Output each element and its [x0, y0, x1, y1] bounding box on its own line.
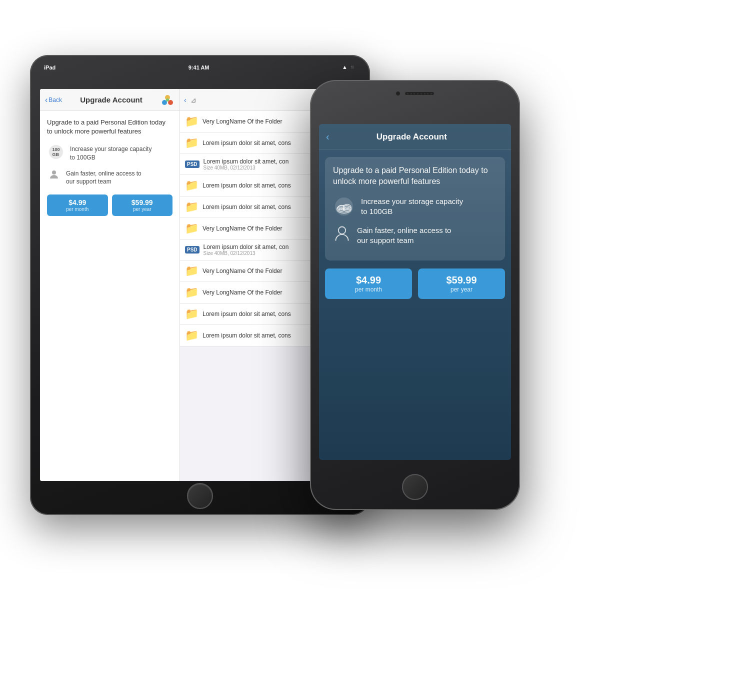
iphone-yearly-btn[interactable]: $59.99 per year	[418, 268, 505, 299]
ipad-label: iPad	[44, 64, 56, 70]
folder-icon: 📁	[185, 286, 198, 299]
folder-icon: 📁	[185, 136, 198, 150]
speaker-dot	[407, 93, 408, 94]
speaker-dot	[430, 93, 432, 94]
iphone-camera	[396, 91, 400, 96]
ipad-support-text: Gain faster, online access toour support…	[66, 168, 142, 186]
iphone-feature-storage: 100GB Increase your storage capacityto 1…	[333, 196, 497, 218]
item-name: Lorem ipsum dolor sit amet, cons	[202, 332, 291, 339]
svg-point-3	[166, 98, 169, 102]
ipad-upgrade-headline: Upgrade to a paid Personal Edition today…	[47, 118, 172, 136]
folder-icon: 📁	[185, 222, 198, 235]
iphone-support-text: Gain faster, online access toour support…	[357, 224, 451, 246]
iphone-device: ‹ Upgrade Account Upgrade to a paid Pers…	[310, 80, 520, 510]
item-name: Very LongName Of the Folder	[202, 225, 282, 232]
cloud-100gb-badge: 100GB	[49, 145, 63, 159]
iphone-nav-bar: ‹ Upgrade Account	[319, 124, 511, 150]
item-name: Lorem ipsum dolor sit amet, con	[204, 244, 289, 250]
ipad-monthly-period: per month	[49, 206, 106, 212]
iphone-nav-title: Upgrade Account	[334, 132, 490, 142]
speaker-dot	[417, 93, 418, 94]
item-name: Lorem ipsum dolor sit amet, con	[204, 158, 289, 165]
folder-icon: 📁	[185, 264, 198, 278]
svg-point-9	[338, 226, 346, 234]
item-name: Very LongName Of the Folder	[202, 268, 282, 274]
ipad-home-button[interactable]	[187, 483, 213, 509]
item-name: Very LongName Of the Folder	[202, 289, 282, 296]
ipad-yearly-amount: $59.99	[114, 198, 171, 206]
person-icon	[333, 224, 351, 242]
ipad-price-row: $4.99 per month $59.99 per year	[47, 194, 172, 216]
item-meta: Size 40MB, 02/12/2013	[204, 165, 289, 170]
ipad-back-button[interactable]: ‹ Back	[45, 96, 62, 104]
ipad-monthly-btn[interactable]: $4.99 per month	[47, 194, 108, 216]
ipad-feature-support: Gain faster, online access toour support…	[47, 168, 172, 186]
iphone-storage-text: Increase your storage capacityto 100GB	[361, 196, 463, 217]
psd-icon: PSD	[185, 246, 200, 254]
item-meta: Size 40MB, 02/12/2013	[204, 250, 289, 256]
speaker-dot	[420, 93, 422, 94]
folder-icon: 📁	[185, 200, 198, 214]
ipad-wifi: ▲ ◾	[342, 64, 356, 70]
cloud-icon: 100GB	[47, 143, 65, 161]
cloud-badge: 100GB	[335, 198, 353, 216]
person-icon	[47, 168, 61, 182]
iphone-price-row: $4.99 per month $59.99 per year	[325, 268, 505, 299]
item-name: Very LongName Of the Folder	[202, 118, 282, 125]
speaker-dot	[410, 93, 412, 94]
speaker-dot	[427, 93, 428, 94]
iphone-feature-support: Gain faster, online access toour support…	[333, 224, 497, 246]
iphone-yearly-period: per year	[422, 286, 501, 293]
iphone-home-button[interactable]	[402, 474, 428, 500]
ipad-yearly-btn[interactable]: $59.99 per year	[112, 194, 173, 216]
item-name: Lorem ipsum dolor sit amet, cons	[202, 182, 291, 189]
iphone-headline: Upgrade to a paid Personal Edition today…	[333, 165, 497, 188]
item-name: Lorem ipsum dolor sit amet, cons	[202, 310, 291, 318]
cloud-100gb-icon: 100GB	[333, 196, 355, 218]
folder-icon: 📁	[185, 115, 198, 128]
iphone-screen: ‹ Upgrade Account Upgrade to a paid Pers…	[319, 124, 511, 460]
iphone-monthly-amount: $4.99	[329, 274, 408, 286]
speaker-dot	[414, 93, 415, 94]
iphone-top-area	[396, 91, 434, 96]
ipad-monthly-amount: $4.99	[49, 198, 106, 206]
iphone-body: ‹ Upgrade Account Upgrade to a paid Pers…	[310, 80, 520, 510]
folder-icon: 📁	[185, 179, 198, 192]
iphone-monthly-period: per month	[329, 286, 408, 293]
ipad-status-bar: iPad 9:41 AM ▲ ◾	[30, 64, 370, 70]
svg-text:100GB: 100GB	[338, 206, 350, 211]
ipad-upgrade-panel: ‹ Back Upgrade Account	[40, 89, 180, 481]
iphone-speaker	[404, 92, 434, 96]
iphone-monthly-btn[interactable]: $4.99 per month	[325, 268, 412, 299]
item-name: Lorem ipsum dolor sit amet, cons	[202, 204, 291, 210]
svg-point-4	[52, 170, 56, 174]
folder-icon: 📁	[185, 308, 198, 320]
ipad-nav-title: Upgrade Account	[80, 96, 142, 104]
item-name: Lorem ipsum dolor sit amet, cons	[202, 140, 291, 146]
ipad-feature-storage: 100GB Increase your storage capacityto 1…	[47, 143, 172, 161]
iphone-yearly-amount: $59.99	[422, 274, 501, 286]
iphone-back-button[interactable]: ‹	[326, 131, 330, 142]
iphone-upgrade-card: Upgrade to a paid Personal Edition today…	[325, 157, 505, 260]
ipad-storage-text: Increase your storage capacityto 100GB	[70, 143, 152, 161]
psd-icon: PSD	[185, 160, 200, 168]
ipad-time: 9:41 AM	[188, 64, 210, 70]
ipad-upgrade-content: Upgrade to a paid Personal Edition today…	[40, 111, 180, 481]
ipad-nav-bar: ‹ Back Upgrade Account	[40, 89, 180, 111]
ipad-yearly-period: per year	[114, 206, 171, 212]
speaker-dot	[424, 93, 426, 94]
app-logo	[160, 93, 174, 107]
folder-icon: 📁	[185, 329, 198, 342]
